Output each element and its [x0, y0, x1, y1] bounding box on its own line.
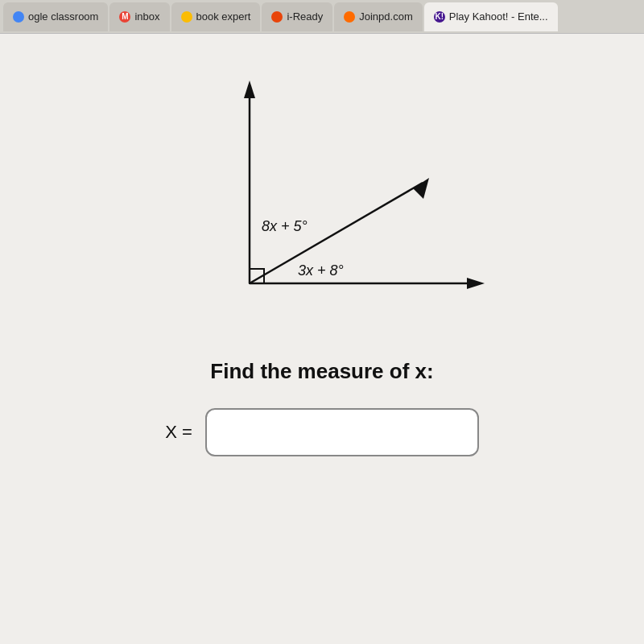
tab-bar: ogle classroom M inbox book expert i-Rea… [0, 0, 644, 34]
tab-label-iready: i-Ready [287, 10, 323, 23]
question-text: Find the measure of x: [210, 359, 433, 384]
upper-angle-label: 8x + 5° [262, 218, 308, 234]
tab-label-kahoot: Play Kahoot! - Ente... [449, 10, 548, 23]
joinpd-icon [344, 11, 355, 23]
geometry-diagram: 8x + 5° 3x + 8° [137, 58, 507, 335]
lower-angle-label: 3x + 8° [298, 262, 344, 279]
tab-label-joinpd: Joinpd.com [359, 10, 412, 23]
input-row: X = [165, 408, 479, 456]
tab-google-classroom[interactable]: ogle classroom [3, 2, 108, 31]
main-content: 8x + 5° 3x + 8° Find the measure of x: X… [0, 34, 644, 481]
answer-input[interactable] [205, 408, 479, 456]
tab-joinpd[interactable]: Joinpd.com [334, 2, 422, 31]
x-equals-label: X = [165, 422, 192, 443]
book-expert-icon [181, 11, 192, 23]
right-arrow [467, 278, 485, 289]
iready-icon [271, 11, 283, 23]
tab-iready[interactable]: i-Ready [262, 2, 332, 31]
gmail-icon: M [119, 11, 130, 23]
diagram-svg: 8x + 5° 3x + 8° [137, 58, 507, 332]
tab-label-google-classroom: ogle classroom [28, 10, 98, 23]
google-classroom-icon [13, 11, 24, 23]
tab-label-book-expert: book expert [196, 10, 251, 23]
diagonal-arrow [413, 178, 429, 199]
tab-book-expert[interactable]: book expert [171, 2, 261, 31]
kahoot-icon: K! [434, 11, 445, 23]
up-arrow [244, 80, 255, 98]
tab-kahoot[interactable]: K! Play Kahoot! - Ente... [424, 2, 558, 31]
tab-inbox[interactable]: M inbox [109, 2, 169, 31]
tab-label-inbox: inbox [134, 10, 159, 23]
